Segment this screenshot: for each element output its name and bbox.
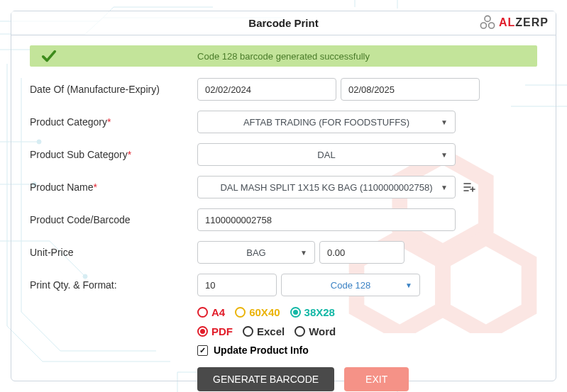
- print-qty-input[interactable]: [197, 274, 277, 296]
- update-product-info-checkbox[interactable]: ✓ Update Product Info: [197, 345, 537, 356]
- logo: ALZERP: [479, 14, 549, 31]
- radio-38x28[interactable]: 38X28: [290, 306, 335, 318]
- product-code-input[interactable]: [197, 208, 456, 231]
- radio-icon: [197, 307, 208, 318]
- label-qty-format: Print Qty. & Format:: [30, 279, 197, 291]
- date-expiry-input[interactable]: [341, 78, 480, 101]
- radio-icon: [235, 307, 246, 318]
- barcode-format-select[interactable]: Code 128 ▼: [281, 274, 420, 296]
- add-product-button[interactable]: [460, 178, 478, 196]
- product-name-select[interactable]: DAL MASH SPLIT 1X15 KG BAG (110000000275…: [197, 176, 456, 198]
- paper-size-radios: A4 60X40 38X28: [197, 306, 537, 318]
- header-bar: Barcode Print ALZERP: [11, 11, 556, 35]
- caret-down-icon: ▼: [441, 151, 448, 159]
- radio-excel[interactable]: Excel: [243, 325, 285, 337]
- checkbox-icon-checked: ✓: [197, 345, 208, 356]
- logo-text: ALZERP: [499, 16, 549, 29]
- radio-pdf[interactable]: PDF: [197, 325, 233, 337]
- svg-point-4: [485, 16, 490, 21]
- output-format-radios: PDF Excel Word: [197, 325, 537, 337]
- logo-icon: [479, 14, 496, 31]
- caret-down-icon: ▼: [405, 281, 412, 289]
- list-plus-icon: [463, 181, 475, 194]
- label-subcategory: Product Sub Category*: [30, 149, 197, 160]
- radio-icon-checked: [290, 307, 301, 318]
- label-unit-price: Unit-Price: [30, 247, 197, 258]
- radio-a4[interactable]: A4: [197, 306, 225, 318]
- caret-down-icon: ▼: [441, 118, 448, 126]
- radio-60x40[interactable]: 60X40: [235, 306, 280, 318]
- radio-word[interactable]: Word: [294, 325, 336, 337]
- label-category: Product Category*: [30, 116, 197, 128]
- svg-point-6: [489, 23, 495, 28]
- price-input[interactable]: [319, 241, 404, 264]
- exit-button[interactable]: EXIT: [344, 367, 409, 391]
- success-banner: Code 128 barcode generated successfully: [30, 45, 537, 67]
- label-product-name: Product Name*: [30, 181, 197, 193]
- main-panel: Barcode Print ALZERP Code 128 barcode ge…: [11, 11, 556, 381]
- caret-down-icon: ▼: [300, 249, 307, 257]
- label-date: Date Of (Manufacture-Expiry): [30, 84, 197, 95]
- caret-down-icon: ▼: [441, 184, 448, 191]
- success-message: Code 128 barcode generated successfully: [30, 51, 537, 62]
- product-category-select[interactable]: AFTAB TRADING (FOR FOODSTUFFS) ▼: [197, 111, 456, 133]
- unit-select[interactable]: BAG ▼: [197, 241, 315, 264]
- radio-icon: [243, 326, 253, 337]
- generate-barcode-button[interactable]: GENERATE BARCODE: [197, 367, 334, 391]
- label-code: Product Code/Barcode: [30, 214, 197, 225]
- svg-point-5: [480, 23, 486, 28]
- date-manufacture-input[interactable]: [197, 78, 336, 101]
- radio-icon: [294, 326, 305, 337]
- product-subcategory-select[interactable]: DAL ▼: [197, 143, 456, 166]
- page-title: Barcode Print: [248, 17, 318, 29]
- radio-icon-checked: [197, 326, 208, 337]
